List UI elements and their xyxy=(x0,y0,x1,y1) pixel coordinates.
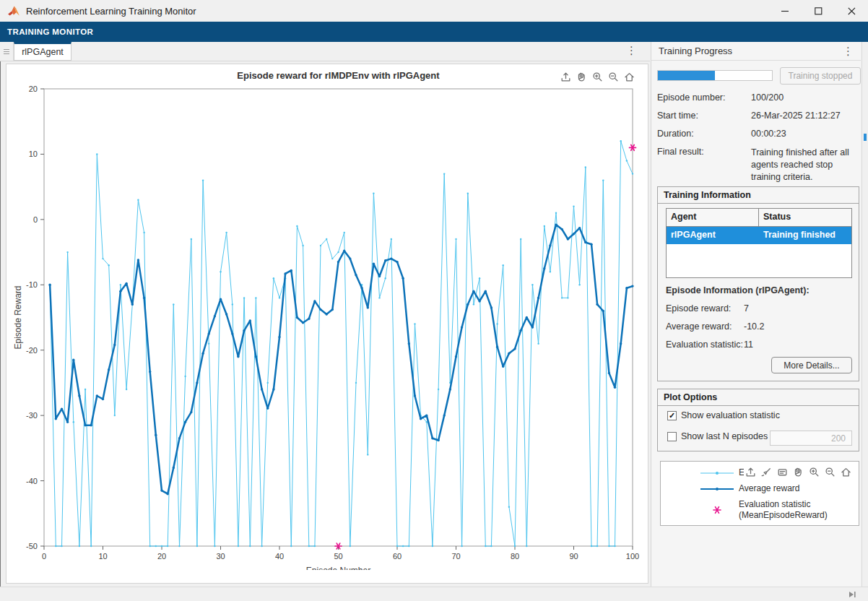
home-icon[interactable] xyxy=(622,70,636,84)
agent-row[interactable]: rlPGAgentTraining finished xyxy=(667,227,851,244)
evaluation-statistic-label: Evaluation statistic: xyxy=(666,340,743,350)
episode-number-value: 100/200 xyxy=(751,92,784,103)
window-title: Reinforcement Learning Training Monitor xyxy=(26,6,196,17)
brush-icon[interactable] xyxy=(760,465,773,479)
tab-rlpgagent[interactable]: rlPGAgent xyxy=(14,42,71,61)
svg-text:100: 100 xyxy=(626,552,639,561)
legend-item: Evaluation statistic(MeanEpisodeReward) xyxy=(700,499,828,521)
final-result-label: Final result: xyxy=(657,147,704,157)
zoom-out-icon[interactable] xyxy=(823,465,837,479)
svg-text:70: 70 xyxy=(451,552,460,561)
average-reward-label: Average reward: xyxy=(666,321,732,332)
progress-fill xyxy=(658,71,715,80)
datatips-icon[interactable] xyxy=(776,465,789,479)
close-button[interactable] xyxy=(835,0,868,22)
svg-text:0: 0 xyxy=(33,215,38,224)
toolstrip-tab-training-monitor[interactable]: TRAINING MONITOR xyxy=(7,27,93,36)
svg-text:60: 60 xyxy=(393,552,402,561)
minimize-button[interactable] xyxy=(768,0,802,22)
episode-reward-value: 7 xyxy=(744,303,749,314)
svg-text:-40: -40 xyxy=(26,477,38,485)
panel-options-kebab-icon[interactable]: ⋮ xyxy=(843,46,854,56)
average-reward-value: -10.2 xyxy=(744,321,765,332)
tab-label: rlPGAgent xyxy=(22,47,64,57)
status-cell: Training finished xyxy=(759,227,851,244)
zoom-in-icon[interactable] xyxy=(591,70,604,84)
agent-cell: rlPGAgent xyxy=(667,227,759,244)
training-information-title: Training Information xyxy=(658,187,859,204)
zoom-in-icon[interactable] xyxy=(807,465,821,479)
document-tab-bar: rlPGAgent ⋮ xyxy=(0,42,650,61)
chart-title: Episode reward for rlMDPEnv with rlPGAge… xyxy=(44,70,633,81)
legend-item: Average reward xyxy=(700,483,800,494)
svg-text:0: 0 xyxy=(42,552,46,561)
pan-icon[interactable] xyxy=(791,465,805,479)
column-status: Status xyxy=(759,209,851,226)
svg-text:Episode Number: Episode Number xyxy=(306,566,370,570)
svg-text:50: 50 xyxy=(334,552,342,561)
evaluation-statistic-value: 11 xyxy=(744,340,753,350)
pan-icon[interactable] xyxy=(575,70,589,84)
column-agent: Agent xyxy=(667,209,759,226)
plot-options-title: Plot Options xyxy=(658,389,859,406)
svg-text:40: 40 xyxy=(275,552,284,561)
svg-text:90: 90 xyxy=(569,552,578,561)
reward-chart[interactable]: 010203040506070809010020100-10-20-30-40-… xyxy=(6,64,648,570)
matlab-logo-icon xyxy=(7,4,20,17)
svg-text:-10: -10 xyxy=(26,280,38,289)
duration-value: 00:00:23 xyxy=(751,129,786,139)
toolstrip: TRAINING MONITOR xyxy=(0,22,868,42)
duration-label: Duration: xyxy=(657,129,694,139)
export-icon[interactable] xyxy=(559,70,573,84)
svg-text:30: 30 xyxy=(216,552,225,561)
svg-text:80: 80 xyxy=(511,552,519,561)
axes-toolbar xyxy=(559,70,636,84)
svg-text:20: 20 xyxy=(157,552,166,561)
svg-text:10: 10 xyxy=(29,150,38,158)
show-last-n-episodes-row: Show last N episodes xyxy=(667,431,768,441)
start-time-label: Start time: xyxy=(657,111,698,121)
vertical-scrollbar[interactable] xyxy=(862,42,868,587)
scroll-to-end-icon[interactable] xyxy=(846,589,858,600)
agent-status-table: Agent Status rlPGAgentTraining finished xyxy=(666,208,852,278)
episode-reward-label: Episode reward: xyxy=(666,303,731,314)
horizontal-scrollbar[interactable] xyxy=(0,587,868,601)
legend-axes-toolbar xyxy=(744,465,853,479)
window-controls xyxy=(768,0,868,22)
start-time-value: 26-Mar-2025 21:12:27 xyxy=(751,111,841,121)
scrollbar-thumb[interactable] xyxy=(864,134,867,141)
title-bar: Reinforcement Learning Training Monitor xyxy=(0,0,868,22)
table-header: Agent Status xyxy=(667,209,851,227)
svg-text:-30: -30 xyxy=(26,411,38,420)
svg-text:-20: -20 xyxy=(26,346,38,355)
svg-text:Episode Reward: Episode Reward xyxy=(13,285,23,349)
home-icon[interactable] xyxy=(839,465,853,479)
tab-options-kebab-icon[interactable]: ⋮ xyxy=(626,45,637,56)
episode-number-label: Episode number: xyxy=(657,92,726,103)
maximize-button[interactable] xyxy=(802,0,835,22)
training-progress-header: Training Progress ⋮ xyxy=(651,42,861,61)
training-progress-bar xyxy=(657,70,773,81)
training-stopped-button[interactable]: Training stopped xyxy=(780,67,861,85)
svg-text:10: 10 xyxy=(98,552,107,561)
panel-title: Training Progress xyxy=(659,46,732,56)
table-empty-area xyxy=(667,244,851,277)
show-evaluation-statistic-checkbox[interactable]: ✓ xyxy=(667,411,677,420)
zoom-out-icon[interactable] xyxy=(607,70,620,84)
episode-information-title: Episode Information (rlPGAgent): xyxy=(666,285,810,295)
svg-text:-50: -50 xyxy=(26,542,38,550)
final-result-value: Training finished after all agents reach… xyxy=(751,147,861,183)
tab-grip-handle[interactable] xyxy=(0,42,14,61)
export-icon[interactable] xyxy=(744,465,758,479)
show-evaluation-statistic-label: Show evaluation statistic xyxy=(681,410,780,420)
n-episodes-input[interactable]: 200 xyxy=(770,431,852,446)
show-last-n-episodes-checkbox[interactable] xyxy=(667,432,677,441)
svg-text:20: 20 xyxy=(29,85,38,93)
more-details-button[interactable]: More Details... xyxy=(771,357,852,373)
figure-panel: 010203040506070809010020100-10-20-30-40-… xyxy=(6,64,648,584)
rl-training-monitor-window: { "window": { "title": "Reinforcement Le… xyxy=(0,0,868,601)
show-evaluation-statistic-row: ✓ Show evaluation statistic xyxy=(667,410,780,420)
legend-card: Episode rewardAverage rewardEvaluation s… xyxy=(660,461,859,526)
show-last-n-episodes-label: Show last N episodes xyxy=(681,431,768,441)
